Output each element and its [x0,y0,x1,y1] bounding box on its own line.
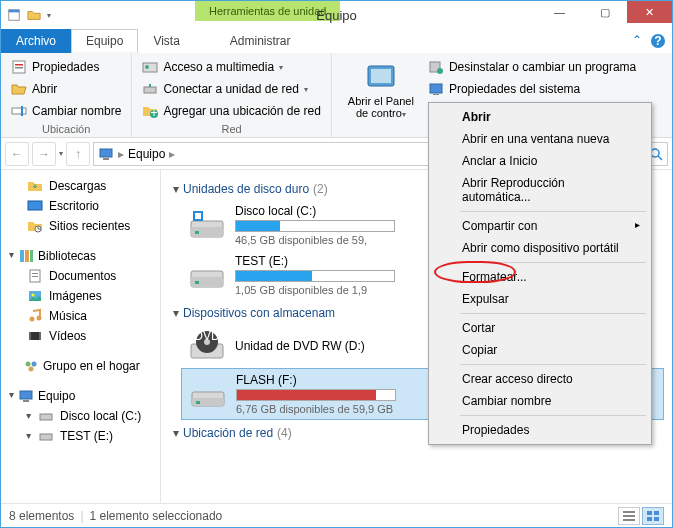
properties-icon[interactable] [7,8,21,22]
nav-bibliotecas[interactable]: ▴Bibliotecas [9,246,160,266]
computer-icon [98,146,114,162]
ctx-cambiar-nombre[interactable]: Cambiar nombre [432,390,648,412]
nav-grupo-hogar[interactable]: Grupo en el hogar [9,356,160,376]
folder-open-icon [11,81,27,97]
nav-back-button[interactable]: ← [5,142,29,166]
svg-rect-8 [21,106,23,116]
dvd-icon: DVD [187,328,227,364]
ribbon-group-label: Red [140,121,322,135]
svg-rect-45 [40,434,52,440]
ctx-formatear[interactable]: Formatear... [432,266,648,288]
svg-rect-6 [15,67,23,69]
tab-administrar[interactable]: Administrar [215,29,306,53]
nav-test-e[interactable]: ▸TEST (E:) [9,426,160,446]
qat-dropdown-icon[interactable]: ▾ [47,11,51,20]
properties-icon [11,59,27,75]
ribbon-tabs: Archivo Equipo Vista Administrar ⌃ ? [1,29,672,53]
nav-equipo[interactable]: ▴Equipo [9,386,160,406]
status-count: 8 elementos [9,509,74,523]
svg-rect-62 [623,515,635,517]
svg-rect-38 [39,332,41,340]
svg-point-17 [437,68,443,74]
svg-rect-5 [15,64,23,66]
ribbon-group-ubicacion: Propiedades Abrir Cambiar nombre Ubicaci… [1,53,132,137]
ctx-compartir-con[interactable]: Compartir con [432,215,648,237]
svg-point-33 [32,294,35,297]
breadcrumb[interactable]: ▸ Equipo ▸ [93,142,485,166]
ribbon-conectar-red[interactable]: Conectar a unidad de red▾ [140,79,322,99]
homegroup-icon [23,358,39,374]
ribbon-abrir-panel[interactable]: Abrir el Panelde contro▾ [340,57,422,124]
add-location-icon: + [142,103,158,119]
downloads-icon [27,178,43,194]
ribbon-group-red: Acceso a multimedia▾ Conectar a unidad d… [132,53,331,137]
ribbon-acceso-multimedia[interactable]: Acceso a multimedia▾ [140,57,322,77]
ctx-nueva-ventana[interactable]: Abrir en una ventana nueva [432,128,648,150]
nav-videos[interactable]: Vídeos [9,326,160,346]
nav-imagenes[interactable]: Imágenes [9,286,160,306]
media-icon [142,59,158,75]
ribbon-cambiar-nombre[interactable]: Cambiar nombre [9,101,123,121]
view-details-button[interactable] [618,507,640,525]
ribbon-propiedades[interactable]: Propiedades [9,57,123,77]
ctx-copiar[interactable]: Copiar [432,339,648,361]
tab-archivo[interactable]: Archivo [1,29,71,53]
svg-rect-1 [9,10,20,13]
system-props-icon [428,81,444,97]
svg-text:+: + [151,106,158,119]
nav-up-button[interactable]: ↑ [66,142,90,166]
maximize-button[interactable]: ▢ [582,1,627,23]
quick-access-toolbar: ▾ [1,8,51,22]
svg-rect-44 [40,414,52,420]
tab-vista[interactable]: Vista [138,29,194,53]
breadcrumb-item[interactable]: Equipo [128,147,165,161]
videos-icon [27,328,43,344]
ctx-crear-acceso[interactable]: Crear acceso directo [432,368,648,390]
ribbon-agregar-ubicacion[interactable]: +Agregar una ubicación de red [140,101,322,121]
help-icon[interactable]: ? [650,33,666,49]
ribbon-propiedades-sistema[interactable]: Propiedades del sistema [426,79,638,99]
svg-rect-37 [29,332,31,340]
hdd-icon [187,207,227,243]
nav-history-dropdown[interactable]: ▾ [59,149,63,158]
libraries-icon [18,248,34,264]
context-menu: Abrir Abrir en una ventana nueva Anclar … [428,102,652,445]
new-folder-icon[interactable] [27,8,41,22]
ctx-reproduccion-auto[interactable]: Abrir Reproducción automática... [432,172,648,208]
svg-rect-60 [196,401,200,404]
breadcrumb-sep: ▸ [169,147,175,161]
nav-musica[interactable]: Música [9,306,160,326]
nav-documentos[interactable]: Documentos [9,266,160,286]
big-button-label: Abrir el Panelde contro▾ [348,95,414,120]
svg-rect-20 [100,149,112,157]
ctx-separator [460,211,646,212]
ctx-abrir[interactable]: Abrir [432,106,648,128]
desktop-icon [27,198,43,214]
status-bar: 8 elementos | 1 elemento seleccionado [1,503,672,527]
view-tiles-button[interactable] [642,507,664,525]
drive-usage-bar [235,220,395,232]
nav-disco-c[interactable]: ▸Disco local (C:) [9,406,160,426]
ribbon-desinstalar[interactable]: Desinstalar o cambiar un programa [426,57,638,77]
hdd-icon [187,257,227,293]
tab-equipo[interactable]: Equipo [71,29,138,53]
ctx-cortar[interactable]: Cortar [432,317,648,339]
ctx-separator [460,313,646,314]
svg-line-23 [658,156,662,160]
minimize-button[interactable]: — [537,1,582,23]
nav-forward-button[interactable]: → [32,142,56,166]
drive-icon [38,408,54,424]
nav-descargas[interactable]: Descargas [9,176,160,196]
svg-point-34 [30,317,35,322]
nav-sitios-recientes[interactable]: Sitios recientes [9,216,160,236]
ribbon-minimize-icon[interactable]: ⌃ [632,33,642,49]
drive-usage-bar [236,389,396,401]
music-icon [27,308,43,324]
ribbon-abrir[interactable]: Abrir [9,79,123,99]
ctx-dispositivo-portatil[interactable]: Abrir como dispositivo portátil [432,237,648,259]
close-button[interactable]: ✕ [627,1,672,23]
ctx-anclar-inicio[interactable]: Anclar a Inicio [432,150,648,172]
ctx-expulsar[interactable]: Expulsar [432,288,648,310]
nav-escritorio[interactable]: Escritorio [9,196,160,216]
ctx-propiedades[interactable]: Propiedades [432,419,648,441]
